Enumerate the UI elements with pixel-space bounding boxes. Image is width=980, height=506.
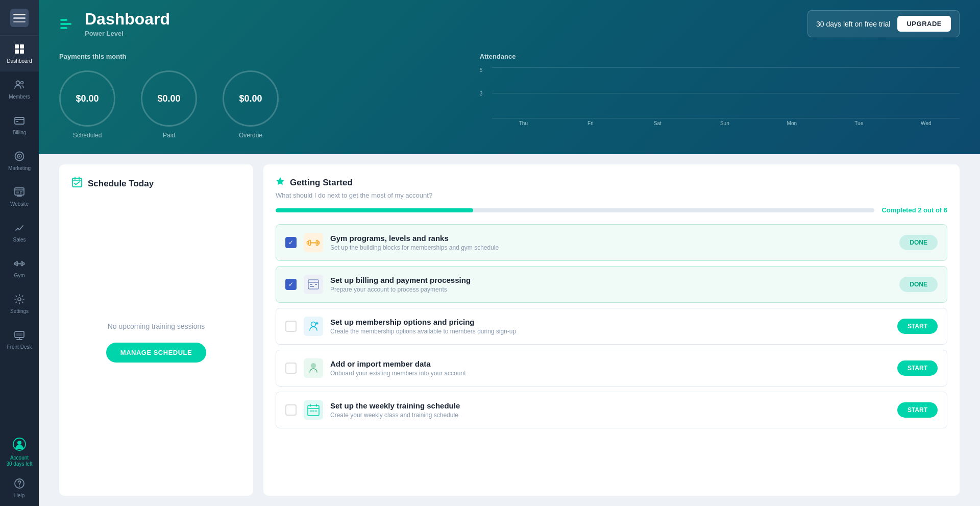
sidebar-logo xyxy=(0,0,39,36)
sidebar-item-dashboard[interactable]: Dashboard xyxy=(0,36,39,71)
task-btn-gym[interactable]: DONE xyxy=(899,235,938,250)
gridline-0 xyxy=(492,118,960,118)
schedule-title: Schedule Today xyxy=(88,179,154,189)
task-icon-import xyxy=(304,358,323,378)
trial-text: 30 days left on free trial xyxy=(816,20,891,28)
circle-ring-scheduled: $0.00 xyxy=(59,70,115,127)
task-btn-weekly[interactable]: START xyxy=(897,402,938,418)
sidebar-label-dashboard: Dashboard xyxy=(7,58,32,64)
frontdesk-icon xyxy=(14,329,25,342)
sidebar-item-gym[interactable]: Gym xyxy=(0,250,39,286)
sidebar-item-frontdesk[interactable]: Front Desk xyxy=(0,322,39,357)
header-row: Dashboard Power Level 30 days left on fr… xyxy=(59,10,960,37)
dashboard-icon xyxy=(14,43,25,56)
payments-attendance-row: Payments this month $0.00 Scheduled $0.0… xyxy=(59,53,960,139)
svg-rect-9 xyxy=(15,117,24,124)
sales-icon xyxy=(14,222,25,235)
paid-label: Paid xyxy=(163,132,175,139)
header-left: Dashboard Power Level xyxy=(59,10,170,37)
task-text-import: Add or import member data Onboard your e… xyxy=(330,359,890,377)
svg-point-44 xyxy=(311,364,316,368)
logo-icon xyxy=(10,9,29,27)
overdue-value: $0.00 xyxy=(239,93,262,104)
svg-rect-17 xyxy=(20,192,21,194)
circle-paid: $0.00 Paid xyxy=(141,70,197,139)
page-subtitle: Power Level xyxy=(85,30,170,37)
x-label-sun: Sun xyxy=(691,121,758,126)
manage-schedule-button[interactable]: MANAGE SCHEDULE xyxy=(106,343,206,363)
task-checkbox-import[interactable] xyxy=(285,363,297,374)
billing-icon xyxy=(14,115,25,128)
svg-rect-16 xyxy=(20,191,22,192)
sidebar-item-settings[interactable]: Settings xyxy=(0,286,39,322)
schedule-card: Schedule Today No upcoming training sess… xyxy=(59,164,253,496)
task-checkbox-membership[interactable] xyxy=(285,321,297,332)
sidebar-label-sales: Sales xyxy=(13,237,26,243)
sidebar-item-account[interactable]: Account30 days left xyxy=(0,435,39,470)
sidebar-item-members[interactable]: Members xyxy=(0,71,39,107)
svg-rect-1 xyxy=(13,17,26,19)
x-label-tue: Tue xyxy=(825,121,892,126)
task-text-gym: Gym programs, levels and ranks Set up th… xyxy=(330,234,892,251)
x-label-thu: Thu xyxy=(490,121,557,126)
top-area: Dashboard Power Level 30 days left on fr… xyxy=(39,0,980,154)
task-checkbox-gym[interactable]: ✓ xyxy=(285,237,297,248)
sidebar-item-website[interactable]: Website xyxy=(0,179,39,214)
task-btn-billing[interactable]: DONE xyxy=(899,277,938,292)
schedule-card-header: Schedule Today xyxy=(71,177,241,190)
help-icon xyxy=(14,478,25,491)
sidebar-item-help[interactable]: Help xyxy=(0,470,39,506)
sidebar-item-billing[interactable]: Billing xyxy=(0,107,39,143)
payments-label: Payments this month xyxy=(59,53,459,60)
svg-point-41 xyxy=(311,322,316,327)
task-title-import: Add or import member data xyxy=(330,359,890,368)
task-icon-billing xyxy=(304,275,323,294)
sidebar-label-marketing: Marketing xyxy=(8,165,31,172)
svg-rect-4 xyxy=(20,44,24,49)
sidebar-item-sales[interactable]: Sales xyxy=(0,214,39,250)
account-icon xyxy=(13,438,26,454)
x-label-fri: Fri xyxy=(557,121,624,126)
upgrade-button[interactable]: UPGRADE xyxy=(897,16,951,32)
header-logo-icon xyxy=(59,15,78,33)
members-icon xyxy=(14,79,25,92)
chart-x-labels: Thu Fri Sat Sun Mon Tue Wed xyxy=(490,121,960,126)
task-checkbox-billing[interactable]: ✓ xyxy=(285,279,297,290)
account-label: Account30 days left xyxy=(6,455,32,467)
sidebar-label-frontdesk: Front Desk xyxy=(7,344,32,350)
svg-point-7 xyxy=(16,81,20,84)
sidebar-item-marketing[interactable]: Marketing xyxy=(0,143,39,179)
task-btn-import[interactable]: START xyxy=(897,360,938,376)
svg-point-8 xyxy=(21,81,23,84)
task-checkbox-weekly[interactable] xyxy=(285,404,297,416)
svg-rect-39 xyxy=(310,286,314,287)
gridline-5 xyxy=(492,67,960,68)
svg-rect-47 xyxy=(312,410,314,412)
svg-rect-30 xyxy=(60,23,71,25)
circle-overdue: $0.00 Overdue xyxy=(223,70,279,139)
svg-rect-38 xyxy=(310,284,312,285)
marketing-icon xyxy=(14,151,25,163)
progress-row: Completed 2 out of 6 xyxy=(276,206,947,214)
task-text-billing: Set up billing and payment processing Pr… xyxy=(330,276,892,293)
x-label-mon: Mon xyxy=(758,121,825,126)
attendance-title: Attendance xyxy=(480,53,960,60)
svg-point-28 xyxy=(19,486,20,487)
progress-bar-bg xyxy=(276,208,874,212)
svg-rect-32 xyxy=(72,178,82,187)
task-btn-membership[interactable]: START xyxy=(897,319,938,334)
gs-title: Getting Started xyxy=(290,178,353,188)
getting-started-icon xyxy=(276,177,285,188)
progress-bar-fill xyxy=(276,208,473,212)
paid-value: $0.00 xyxy=(157,93,180,104)
svg-rect-6 xyxy=(20,50,24,54)
getting-started-card: Getting Started What should I do next to… xyxy=(263,164,960,496)
svg-rect-40 xyxy=(315,284,317,285)
payments-section: Payments this month $0.00 Scheduled $0.0… xyxy=(59,53,459,139)
sidebar-label-settings: Settings xyxy=(10,308,29,315)
x-label-sat: Sat xyxy=(624,121,691,126)
circle-scheduled: $0.00 Scheduled xyxy=(59,70,115,139)
svg-rect-48 xyxy=(315,410,317,412)
sidebar-label-help: Help xyxy=(14,493,25,499)
svg-rect-10 xyxy=(16,121,18,122)
